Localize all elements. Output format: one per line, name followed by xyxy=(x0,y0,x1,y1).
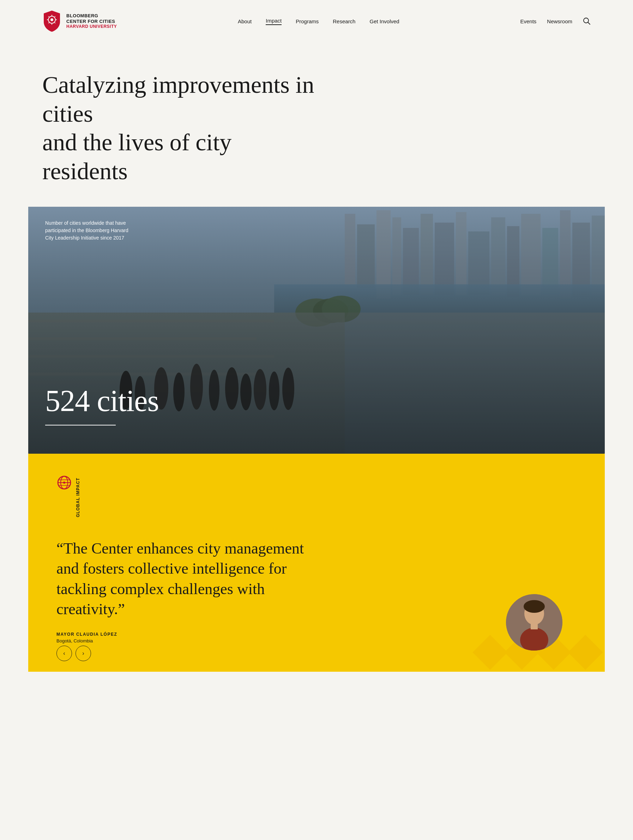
avatar xyxy=(506,594,562,651)
prev-arrow-button[interactable]: ‹ xyxy=(57,646,72,661)
global-impact-text: Global Impact xyxy=(76,478,81,517)
logo-area[interactable]: BLOOMBERG CENTER FOR CITIES HARVARD UNIV… xyxy=(43,10,117,32)
hero-section: Catalyzing improvements in cities and th… xyxy=(0,42,633,207)
logo-line1: BLOOMBERG xyxy=(66,13,117,19)
svg-point-44 xyxy=(190,364,203,410)
svg-point-43 xyxy=(173,373,185,411)
nav-events[interactable]: Events xyxy=(520,18,536,24)
svg-point-48 xyxy=(254,369,267,410)
nav-impact[interactable]: Impact xyxy=(266,17,282,25)
svg-point-46 xyxy=(225,367,238,410)
nav-programs[interactable]: Programs xyxy=(296,18,319,24)
harvard-shield-icon xyxy=(43,10,62,32)
yellow-section: Global Impact “The Center enhances city … xyxy=(28,454,605,672)
svg-point-50 xyxy=(282,368,294,410)
svg-line-11 xyxy=(588,22,590,25)
svg-point-49 xyxy=(269,371,279,410)
global-impact-label: Global Impact xyxy=(57,475,576,517)
logo-line2: CENTER FOR CITIES xyxy=(66,19,117,24)
stat-number: 524 cities xyxy=(45,383,159,418)
avatar-image xyxy=(506,594,562,651)
nav-get-involved[interactable]: Get Involved xyxy=(369,18,399,24)
logo-text: BLOOMBERG CENTER FOR CITIES HARVARD UNIV… xyxy=(66,13,117,29)
svg-point-57 xyxy=(63,482,65,484)
svg-point-1 xyxy=(51,18,53,21)
hero-title: Catalyzing improvements in cities and th… xyxy=(43,71,317,186)
image-caption: Number of cities worldwide that have par… xyxy=(45,219,137,242)
logo-line3: HARVARD UNIVERSITY xyxy=(66,24,117,29)
quote-name: MAYOR CLAUDIA LÓPEZ xyxy=(57,632,576,637)
nav-about[interactable]: About xyxy=(238,18,252,24)
nav-right: Events Newsroom xyxy=(520,17,590,25)
main-nav: About Impact Programs Research Get Invol… xyxy=(238,17,399,25)
diamond-1 xyxy=(473,635,508,670)
next-arrow-button[interactable]: › xyxy=(76,646,91,661)
nav-research[interactable]: Research xyxy=(333,18,355,24)
diamond-4 xyxy=(568,635,603,670)
svg-rect-62 xyxy=(531,622,538,629)
quote-text: “The Center enhances city management and… xyxy=(57,538,311,619)
city-image-section: Number of cities worldwide that have par… xyxy=(28,207,605,454)
search-icon[interactable] xyxy=(583,17,590,25)
nav-arrows: ‹ › xyxy=(57,646,91,661)
svg-point-47 xyxy=(240,374,252,410)
nav-newsroom[interactable]: Newsroom xyxy=(547,18,572,24)
globe-icon xyxy=(57,475,72,490)
stat-divider xyxy=(45,425,116,425)
header: BLOOMBERG CENTER FOR CITIES HARVARD UNIV… xyxy=(0,0,633,42)
svg-point-45 xyxy=(209,370,219,411)
svg-point-61 xyxy=(524,600,545,613)
